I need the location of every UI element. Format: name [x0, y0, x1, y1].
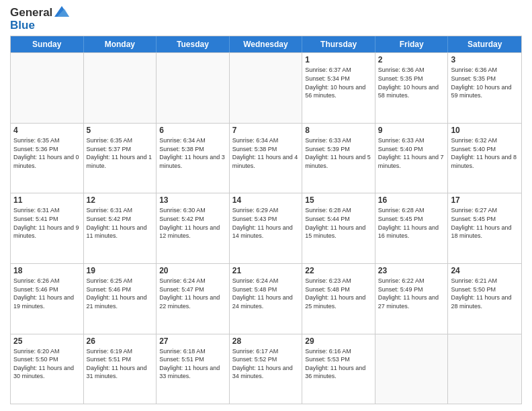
header-day-friday: Friday	[375, 36, 449, 52]
empty-cell-0-0	[11, 53, 84, 123]
day-info: Sunrise: 6:36 AMSunset: 5:35 PMDaylight:…	[451, 66, 519, 99]
day-info: Sunrise: 6:33 AMSunset: 5:39 PMDaylight:…	[305, 136, 372, 170]
day-cell-2: 2 Sunrise: 6:36 AMSunset: 5:35 PMDayligh…	[375, 53, 449, 123]
day-number: 15	[305, 195, 372, 205]
empty-cell-0-2	[157, 53, 230, 123]
day-number: 17	[451, 195, 519, 205]
day-number: 23	[378, 266, 445, 275]
day-cell-4: 4 Sunrise: 6:35 AMSunset: 5:36 PMDayligh…	[11, 124, 84, 193]
calendar-header: SundayMondayTuesdayWednesdayThursdayFrid…	[11, 36, 521, 52]
day-number: 14	[232, 195, 300, 205]
week-row-4: 18 Sunrise: 6:26 AMSunset: 5:46 PMDaylig…	[11, 263, 521, 334]
calendar: SundayMondayTuesdayWednesdayThursdayFrid…	[10, 36, 522, 404]
day-cell-18: 18 Sunrise: 6:26 AMSunset: 5:46 PMDaylig…	[11, 264, 84, 334]
day-number: 9	[378, 126, 445, 135]
empty-cell-0-3	[230, 53, 303, 123]
week-row-1: 1 Sunrise: 6:37 AMSunset: 5:34 PMDayligh…	[11, 52, 521, 123]
day-cell-1: 1 Sunrise: 6:37 AMSunset: 5:34 PMDayligh…	[302, 53, 375, 123]
header-day-wednesday: Wednesday	[230, 36, 303, 52]
day-number: 20	[159, 266, 226, 275]
day-cell-26: 26 Sunrise: 6:19 AMSunset: 5:51 PMDaylig…	[84, 334, 157, 404]
day-info: Sunrise: 6:35 AMSunset: 5:36 PMDaylight:…	[13, 136, 81, 170]
day-cell-28: 28 Sunrise: 6:17 AMSunset: 5:52 PMDaylig…	[230, 334, 303, 404]
day-number: 5	[87, 126, 154, 135]
day-info: Sunrise: 6:31 AMSunset: 5:41 PMDaylight:…	[13, 206, 81, 240]
logo-line1: General	[10, 7, 52, 19]
day-cell-10: 10 Sunrise: 6:32 AMSunset: 5:40 PMDaylig…	[448, 124, 521, 193]
day-number: 26	[87, 336, 154, 346]
day-number: 10	[451, 126, 519, 135]
day-info: Sunrise: 6:19 AMSunset: 5:51 PMDaylight:…	[87, 347, 154, 381]
day-number: 25	[13, 336, 81, 346]
day-info: Sunrise: 6:16 AMSunset: 5:53 PMDaylight:…	[305, 347, 372, 381]
day-number: 6	[159, 126, 226, 135]
day-info: Sunrise: 6:24 AMSunset: 5:48 PMDaylight:…	[232, 277, 300, 310]
day-info: Sunrise: 6:36 AMSunset: 5:35 PMDaylight:…	[378, 66, 445, 99]
week-row-5: 25 Sunrise: 6:20 AMSunset: 5:50 PMDaylig…	[11, 334, 521, 404]
day-number: 7	[232, 126, 300, 135]
day-info: Sunrise: 6:35 AMSunset: 5:37 PMDaylight:…	[87, 136, 154, 170]
day-cell-6: 6 Sunrise: 6:34 AMSunset: 5:38 PMDayligh…	[157, 124, 230, 193]
header-day-tuesday: Tuesday	[157, 36, 230, 52]
day-info: Sunrise: 6:25 AMSunset: 5:46 PMDaylight:…	[87, 277, 154, 310]
day-info: Sunrise: 6:28 AMSunset: 5:44 PMDaylight:…	[305, 206, 372, 240]
empty-cell-0-1	[84, 53, 157, 123]
day-cell-3: 3 Sunrise: 6:36 AMSunset: 5:35 PMDayligh…	[448, 53, 521, 123]
day-info: Sunrise: 6:20 AMSunset: 5:50 PMDaylight:…	[13, 347, 81, 381]
day-info: Sunrise: 6:30 AMSunset: 5:42 PMDaylight:…	[159, 206, 226, 240]
logo-text-block: General Blue	[10, 7, 52, 32]
day-info: Sunrise: 6:37 AMSunset: 5:34 PMDaylight:…	[305, 66, 372, 99]
header-day-saturday: Saturday	[448, 36, 521, 52]
day-number: 22	[305, 266, 372, 275]
day-number: 3	[451, 55, 519, 64]
day-cell-23: 23 Sunrise: 6:22 AMSunset: 5:49 PMDaylig…	[375, 264, 449, 334]
day-cell-9: 9 Sunrise: 6:33 AMSunset: 5:40 PMDayligh…	[375, 124, 449, 193]
day-cell-12: 12 Sunrise: 6:31 AMSunset: 5:42 PMDaylig…	[84, 193, 157, 263]
day-cell-22: 22 Sunrise: 6:23 AMSunset: 5:48 PMDaylig…	[302, 264, 375, 334]
day-info: Sunrise: 6:27 AMSunset: 5:45 PMDaylight:…	[451, 206, 519, 240]
header-day-thursday: Thursday	[302, 36, 375, 52]
day-cell-17: 17 Sunrise: 6:27 AMSunset: 5:45 PMDaylig…	[448, 193, 521, 263]
day-number: 27	[159, 336, 226, 346]
day-number: 28	[232, 336, 300, 346]
day-cell-20: 20 Sunrise: 6:24 AMSunset: 5:47 PMDaylig…	[157, 264, 230, 334]
day-info: Sunrise: 6:33 AMSunset: 5:40 PMDaylight:…	[378, 136, 445, 170]
day-cell-16: 16 Sunrise: 6:28 AMSunset: 5:45 PMDaylig…	[375, 193, 449, 263]
day-info: Sunrise: 6:32 AMSunset: 5:40 PMDaylight:…	[451, 136, 519, 170]
day-cell-21: 21 Sunrise: 6:24 AMSunset: 5:48 PMDaylig…	[230, 264, 303, 334]
calendar-body: 1 Sunrise: 6:37 AMSunset: 5:34 PMDayligh…	[11, 52, 521, 404]
day-info: Sunrise: 6:34 AMSunset: 5:38 PMDaylight:…	[232, 136, 300, 170]
logo: General Blue	[10, 7, 69, 32]
logo-bird-icon	[54, 6, 69, 28]
day-number: 18	[13, 266, 81, 275]
day-number: 16	[378, 195, 445, 205]
day-info: Sunrise: 6:17 AMSunset: 5:52 PMDaylight:…	[232, 347, 300, 381]
day-info: Sunrise: 6:18 AMSunset: 5:51 PMDaylight:…	[159, 347, 226, 381]
header-day-monday: Monday	[84, 36, 157, 52]
empty-cell-4-5	[375, 334, 449, 404]
day-cell-15: 15 Sunrise: 6:28 AMSunset: 5:44 PMDaylig…	[302, 193, 375, 263]
day-cell-5: 5 Sunrise: 6:35 AMSunset: 5:37 PMDayligh…	[84, 124, 157, 193]
day-cell-25: 25 Sunrise: 6:20 AMSunset: 5:50 PMDaylig…	[11, 334, 84, 404]
day-cell-19: 19 Sunrise: 6:25 AMSunset: 5:46 PMDaylig…	[84, 264, 157, 334]
day-cell-27: 27 Sunrise: 6:18 AMSunset: 5:51 PMDaylig…	[157, 334, 230, 404]
day-info: Sunrise: 6:23 AMSunset: 5:48 PMDaylight:…	[305, 277, 372, 310]
empty-cell-4-6	[448, 334, 521, 404]
header-day-sunday: Sunday	[11, 36, 84, 52]
day-number: 11	[13, 195, 81, 205]
day-info: Sunrise: 6:31 AMSunset: 5:42 PMDaylight:…	[87, 206, 154, 240]
day-number: 2	[378, 55, 445, 64]
day-number: 12	[87, 195, 154, 205]
day-number: 1	[305, 55, 372, 64]
day-number: 4	[13, 126, 81, 135]
day-info: Sunrise: 6:26 AMSunset: 5:46 PMDaylight:…	[13, 277, 81, 310]
logo-line2: Blue	[10, 19, 52, 32]
day-info: Sunrise: 6:22 AMSunset: 5:49 PMDaylight:…	[378, 277, 445, 310]
day-number: 29	[305, 336, 372, 346]
day-info: Sunrise: 6:24 AMSunset: 5:47 PMDaylight:…	[159, 277, 226, 310]
week-row-3: 11 Sunrise: 6:31 AMSunset: 5:41 PMDaylig…	[11, 193, 521, 263]
day-cell-14: 14 Sunrise: 6:29 AMSunset: 5:43 PMDaylig…	[230, 193, 303, 263]
day-cell-24: 24 Sunrise: 6:21 AMSunset: 5:50 PMDaylig…	[448, 264, 521, 334]
day-number: 8	[305, 126, 372, 135]
day-cell-29: 29 Sunrise: 6:16 AMSunset: 5:53 PMDaylig…	[302, 334, 375, 404]
